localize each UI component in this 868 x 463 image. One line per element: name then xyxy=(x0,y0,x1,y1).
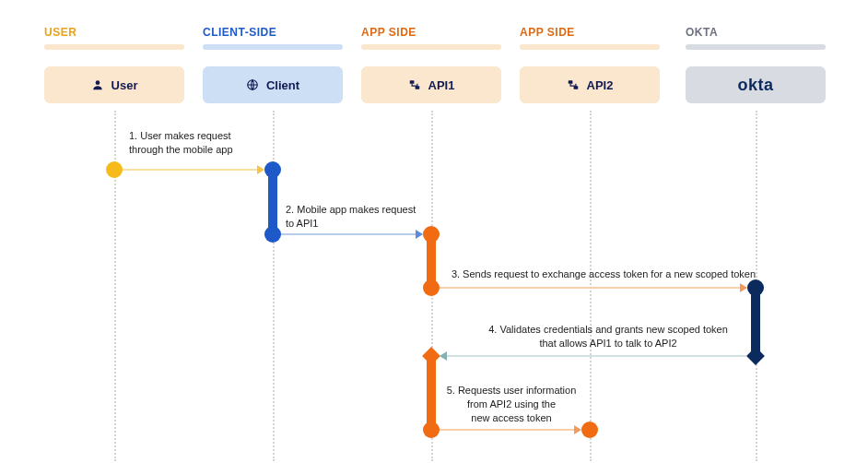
col-underline-api1 xyxy=(361,44,501,50)
step3-node-api1 xyxy=(423,279,440,296)
lane-box-api1-label: API1 xyxy=(428,78,455,92)
lane-box-okta: okta xyxy=(686,66,826,103)
col-label-okta: OKTA xyxy=(686,26,826,39)
lane-box-api1: API1 xyxy=(361,66,501,103)
col-header-client: CLIENT-SIDE xyxy=(203,26,343,59)
step5-arrow xyxy=(439,429,581,431)
col-header-user: USER xyxy=(44,26,184,59)
step1-node-user xyxy=(106,161,123,178)
api-icon xyxy=(408,78,421,91)
col-header-api2: APP SIDE xyxy=(520,26,660,59)
lane-box-api2-label: API2 xyxy=(587,78,614,92)
okta-logo: okta xyxy=(737,76,773,95)
step1-arrow xyxy=(122,169,264,171)
lane-box-client: Client xyxy=(203,66,343,103)
step2-arrow xyxy=(280,233,422,235)
lane-box-user-label: User xyxy=(111,78,138,92)
step5-node-api2 xyxy=(581,421,598,438)
svg-rect-2 xyxy=(409,80,414,84)
step5-node-api1 xyxy=(423,421,440,438)
lane-box-user: User xyxy=(44,66,184,103)
svg-rect-4 xyxy=(568,80,572,84)
lane-box-client-label: Client xyxy=(266,78,299,92)
col-label-api1: APP SIDE xyxy=(361,26,501,39)
col-underline-user xyxy=(44,44,184,50)
activation-api1-b xyxy=(427,356,436,428)
col-underline-client xyxy=(203,44,343,50)
col-underline-api2 xyxy=(520,44,660,50)
col-label-api2: APP SIDE xyxy=(520,26,660,39)
activation-client xyxy=(268,170,277,232)
lifeline-api2 xyxy=(590,111,592,461)
step2-node-client xyxy=(264,226,281,243)
svg-point-0 xyxy=(95,80,100,85)
step5-label: 5. Requests user informationfrom API2 us… xyxy=(442,384,581,425)
step4-arrow xyxy=(440,355,746,357)
step3-label: 3. Sends request to exchange access toke… xyxy=(442,267,765,281)
col-header-okta: OKTA xyxy=(686,26,826,59)
sequence-diagram: USER User CLIENT-SIDE Client APP SIDE AP… xyxy=(0,0,868,463)
user-icon xyxy=(91,78,104,91)
api-icon xyxy=(567,78,580,91)
step3-arrow xyxy=(439,287,746,289)
col-underline-okta xyxy=(686,44,826,50)
col-header-api1: APP SIDE xyxy=(361,26,501,59)
col-label-user: USER xyxy=(44,26,184,39)
step1-label: 1. User makes requestthrough the mobile … xyxy=(129,129,258,157)
globe-icon xyxy=(246,78,259,91)
step4-label: 4. Validates credentials and grants new … xyxy=(461,323,756,350)
lane-box-api2: API2 xyxy=(520,66,660,103)
activation-api1-a xyxy=(427,234,436,286)
col-label-client: CLIENT-SIDE xyxy=(203,26,343,39)
step2-label: 2. Mobile app makes requestto API1 xyxy=(286,203,433,231)
